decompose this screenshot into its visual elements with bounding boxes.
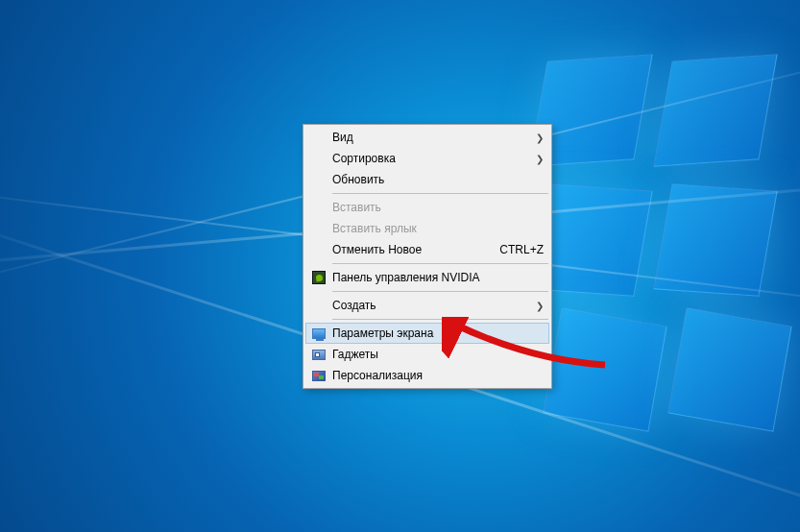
menu-item-display-settings[interactable]: Параметры экрана xyxy=(305,323,549,344)
wallpaper-pane xyxy=(653,54,777,167)
menu-label: Сортировка xyxy=(332,152,534,165)
menu-label: Гаджеты xyxy=(332,348,544,361)
wallpaper-pane xyxy=(667,307,791,431)
submenu-arrow-icon: ❯ xyxy=(534,301,544,311)
blank-icon xyxy=(309,221,328,236)
menu-item-sort[interactable]: Сортировка ❯ xyxy=(305,148,549,169)
menu-label: Создать xyxy=(332,299,534,312)
blank-icon xyxy=(309,200,328,215)
menu-label: Вставить ярлык xyxy=(332,222,544,235)
menu-label: Панель управления NVIDIA xyxy=(332,271,544,284)
menu-separator xyxy=(332,263,548,264)
menu-item-refresh[interactable]: Обновить xyxy=(305,169,549,190)
blank-icon xyxy=(309,242,328,257)
menu-label: Отменить Новое xyxy=(332,243,484,256)
menu-label: Персонализация xyxy=(332,369,544,382)
desktop-wallpaper[interactable]: Вид ❯ Сортировка ❯ Обновить Вставить Вст… xyxy=(0,0,800,532)
menu-label: Параметры экрана xyxy=(332,326,544,340)
blank-icon xyxy=(309,172,328,187)
desktop-context-menu: Вид ❯ Сортировка ❯ Обновить Вставить Вст… xyxy=(303,124,552,389)
menu-label: Обновить xyxy=(332,173,544,186)
blank-icon xyxy=(309,130,328,145)
blank-icon xyxy=(309,151,328,166)
nvidia-icon xyxy=(309,270,328,285)
menu-item-view[interactable]: Вид ❯ xyxy=(305,127,549,148)
menu-separator xyxy=(332,291,548,292)
menu-item-personalize[interactable]: Персонализация xyxy=(305,365,549,386)
menu-shortcut: CTRL+Z xyxy=(499,243,544,256)
menu-label: Вид xyxy=(332,131,534,144)
menu-label: Вставить xyxy=(332,201,544,214)
menu-item-paste: Вставить xyxy=(305,197,549,218)
menu-separator xyxy=(332,319,548,320)
menu-separator xyxy=(332,193,548,194)
display-icon xyxy=(309,326,328,341)
wallpaper-pane xyxy=(543,307,667,431)
menu-item-new[interactable]: Создать ❯ xyxy=(305,295,549,316)
menu-item-undo[interactable]: Отменить Новое CTRL+Z xyxy=(305,239,549,260)
menu-item-gadgets[interactable]: Гаджеты xyxy=(305,344,549,365)
personalize-icon xyxy=(309,368,328,383)
blank-icon xyxy=(309,298,328,313)
submenu-arrow-icon: ❯ xyxy=(534,133,544,143)
gadget-icon xyxy=(309,347,328,362)
menu-item-paste-shortcut: Вставить ярлык xyxy=(305,218,549,239)
menu-item-nvidia[interactable]: Панель управления NVIDIA xyxy=(305,267,549,288)
submenu-arrow-icon: ❯ xyxy=(534,154,544,164)
